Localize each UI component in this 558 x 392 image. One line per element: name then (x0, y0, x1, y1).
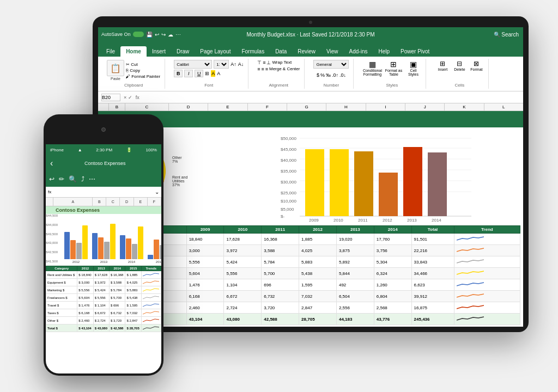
svg-text:$25,000: $25,000 (281, 191, 296, 195)
tab-add-ins[interactable]: Add-ins (344, 46, 373, 57)
delete-button[interactable]: ⊟Delete (452, 60, 467, 71)
wifi-icon: ▲ (78, 148, 82, 152)
table-cell: 6,804 (374, 291, 411, 302)
table-cell: 43,776 (374, 314, 411, 325)
formula-input[interactable] (143, 95, 520, 100)
merge-center-button[interactable]: Merge & Center (269, 66, 300, 72)
ribbon-tabs: File Home Insert Draw Page Layout Formul… (98, 41, 523, 57)
percent-button[interactable]: % (320, 72, 325, 78)
font-color-button[interactable]: A (217, 71, 220, 76)
phone-table-cell: Other $ (46, 317, 77, 324)
tab-formulas[interactable]: Formulas (236, 46, 270, 57)
table-cell: 5,424 (224, 256, 262, 268)
table-cell: 1,476 (186, 279, 224, 291)
tab-help[interactable]: Help (373, 46, 395, 57)
phone-table-cell: $ 43,104 (77, 324, 93, 332)
tab-file[interactable]: File (101, 46, 120, 57)
ribbon-group-clipboard: 📋 Paste ✂ Cut ⎘ Copy 🖌 Format Painter Cl… (102, 59, 165, 89)
pencil-icon-phone[interactable]: ✏ (59, 175, 64, 183)
phone-bar-2012-orange (70, 240, 76, 259)
table-cell: 16,368 (262, 234, 299, 245)
phone-table-cell: $ 2,847 (125, 317, 141, 324)
table-header-2014: 2014 (374, 226, 411, 234)
redo-icon[interactable]: ↪ (161, 32, 166, 38)
font-family-select[interactable]: Calibri (174, 60, 212, 69)
more-icon[interactable]: ⋯ (175, 32, 181, 38)
increase-decimal-button[interactable]: .0↑ (332, 72, 338, 78)
format-painter-button[interactable]: 🖌 Format Painter (126, 74, 160, 79)
wrap-text-button[interactable]: Wrap Text (272, 60, 292, 65)
more-icon-phone[interactable]: ⋯ (89, 175, 95, 183)
conditional-formatting-button[interactable]: ▦Conditional Formatting (362, 60, 382, 76)
tab-insert[interactable]: Insert (147, 46, 171, 57)
cell-styles-button[interactable]: ▣Cell Styles (405, 60, 421, 76)
undo-icon[interactable]: ↩ (155, 32, 159, 38)
fill-color-button[interactable]: A (211, 70, 215, 77)
iphone-screen: iPhone ▲ 2:30 PM 🔋 100% ‹ Contoso Expens… (46, 144, 161, 373)
currency-button[interactable]: $ (317, 72, 319, 78)
tab-page-layout[interactable]: Page Layout (195, 46, 236, 57)
table-cell: 5,304 (374, 256, 411, 268)
cloud-icon[interactable]: ☁ (168, 32, 173, 38)
format-as-table-button[interactable]: ⊞Format as Table (384, 60, 403, 76)
chevron-down-icon[interactable]: ⌄ (155, 189, 159, 195)
search-icon-phone[interactable]: 🔍 (69, 175, 77, 183)
table-cell: 4,025 (299, 245, 337, 256)
align-middle-button[interactable]: ≡ (263, 60, 265, 65)
format-button[interactable]: ⊠Format (469, 60, 484, 71)
align-top-button[interactable]: ⊤ (257, 60, 262, 65)
cut-button[interactable]: ✂ Cut (126, 62, 160, 67)
tab-power-pivot[interactable]: Power Pivot (395, 46, 435, 57)
bold-button[interactable]: B (174, 70, 183, 77)
tab-draw[interactable]: Draw (171, 46, 195, 57)
increase-font-icon[interactable]: A↑ (231, 62, 236, 67)
tab-home[interactable]: Home (120, 46, 147, 57)
phone-bar-group-2014: 2014 (120, 221, 143, 264)
table-cell: 3,756 (374, 245, 411, 256)
share-icon-phone[interactable]: ⤴ (81, 175, 84, 183)
tab-data[interactable]: Data (270, 46, 292, 57)
table-cell: 7,032 (299, 291, 337, 302)
phone-bar-2012-gray (76, 243, 82, 259)
tab-view[interactable]: View (321, 46, 344, 57)
phone-table-row: Other $$ 2,460$ 2,724$ 3,720$ 2,847 (46, 317, 161, 324)
phone-trend-cell (141, 309, 161, 317)
border-button[interactable]: ⊞ (205, 71, 209, 76)
bar-2011 (354, 151, 373, 216)
align-center-button[interactable]: ≡ (261, 66, 264, 72)
decrease-font-icon[interactable]: A↓ (238, 62, 244, 67)
col-c: C (125, 103, 169, 111)
col-f-phone: F (148, 198, 161, 206)
italic-button[interactable]: I (184, 70, 193, 77)
paste-button[interactable]: 📋 (107, 60, 124, 76)
insert-button[interactable]: ⊞Insert (435, 60, 450, 71)
phone-bar-2012-yellow (82, 225, 88, 259)
col-l: L (484, 103, 523, 111)
align-right-button[interactable]: ≡ (265, 66, 268, 72)
svg-text:$35,000: $35,000 (281, 169, 296, 174)
bar-chart: $50,000 $45,000 $40,000 $35,000 $30,000 … (217, 132, 519, 224)
cell-reference-input[interactable] (101, 94, 120, 101)
copy-button[interactable]: ⎘ Copy (126, 68, 160, 73)
phone-table-cell: Equipment $ (46, 279, 77, 286)
iphone-column-headers: A B C D E F (46, 198, 161, 206)
phone-table-cell: $ 2,460 (77, 317, 93, 324)
comma-button[interactable]: ‰ (326, 72, 331, 78)
undo-icon-phone[interactable]: ↩ (49, 175, 54, 183)
table-cell: 44,183 (336, 314, 374, 325)
underline-button[interactable]: U (195, 70, 203, 77)
autosave-toggle[interactable] (133, 32, 144, 37)
font-size-select[interactable]: 11 (214, 60, 229, 69)
phone-table-cell: $ 696 (110, 302, 125, 309)
decrease-decimal-button[interactable]: .0↓ (339, 72, 346, 78)
alignment-label: Alignment (269, 83, 289, 88)
save-icon[interactable]: 💾 (146, 32, 153, 38)
tab-review[interactable]: Review (292, 46, 321, 57)
table-header-2010: 2010 (224, 226, 262, 234)
align-left-button[interactable]: ≡ (257, 66, 260, 72)
align-bottom-button[interactable]: ⊥ (266, 60, 271, 65)
svg-text:2013: 2013 (407, 218, 417, 223)
number-format-select[interactable]: General (313, 60, 349, 69)
iphone-formula-input[interactable] (53, 189, 153, 194)
search-icon-tablet[interactable]: 🔍 Search (494, 32, 519, 38)
